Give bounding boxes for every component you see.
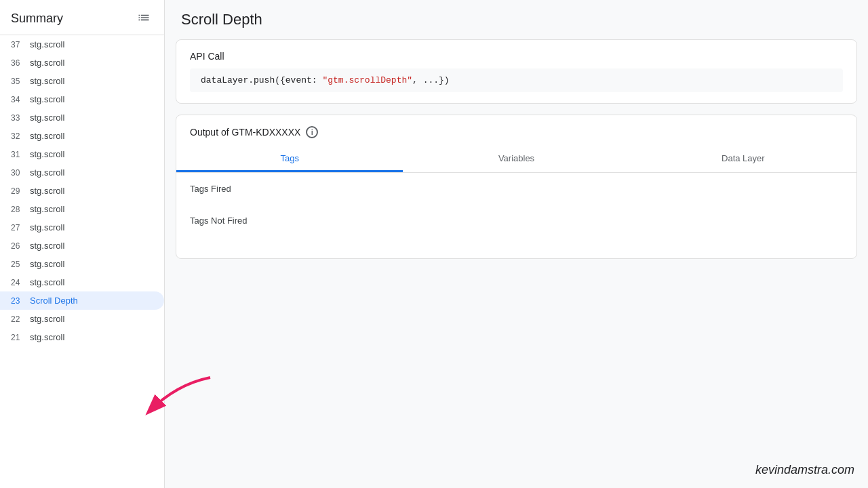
tags-fired-label: Tags Fired — [190, 184, 843, 194]
sidebar-item-25[interactable]: 25 stg.scroll — [0, 255, 164, 273]
sidebar-item-23[interactable]: 23 Scroll Depth — [0, 291, 164, 310]
info-icon[interactable]: i — [306, 126, 318, 138]
item-number: 36 — [11, 58, 30, 68]
item-label: stg.scroll — [30, 332, 64, 342]
sidebar-list: 37 stg.scroll 36 stg.scroll 35 stg.scrol… — [0, 35, 164, 488]
item-label: stg.scroll — [30, 39, 64, 49]
item-number: 21 — [11, 333, 30, 342]
item-number: 30 — [11, 168, 30, 178]
item-label: stg.scroll — [30, 167, 64, 178]
code-string: "gtm.scrollDepth" — [322, 75, 412, 85]
item-label: stg.scroll — [30, 277, 64, 287]
item-label: stg.scroll — [30, 259, 64, 269]
item-number: 29 — [11, 186, 30, 196]
list-view-icon[interactable] — [134, 8, 153, 29]
main-content: Scroll Depth API Call dataLayer.push({ev… — [165, 0, 868, 488]
item-number: 37 — [11, 40, 30, 49]
tab-variables[interactable]: Variables — [403, 146, 629, 172]
sidebar-item-37[interactable]: 37 stg.scroll — [0, 35, 164, 54]
sidebar-item-21[interactable]: 21 stg.scroll — [0, 328, 164, 346]
item-number: 28 — [11, 205, 30, 214]
sidebar-item-26[interactable]: 26 stg.scroll — [0, 237, 164, 255]
tab-tags[interactable]: Tags — [176, 146, 403, 172]
item-number: 33 — [11, 113, 30, 123]
item-label: stg.scroll — [30, 76, 64, 86]
item-number: 25 — [11, 260, 30, 269]
sidebar-item-28[interactable]: 28 stg.scroll — [0, 200, 164, 218]
item-number: 31 — [11, 150, 30, 159]
item-number: 35 — [11, 77, 30, 86]
sidebar-item-34[interactable]: 34 stg.scroll — [0, 90, 164, 108]
item-number: 32 — [11, 131, 30, 141]
output-title: Output of GTM-KDXXXXX — [190, 127, 300, 138]
item-number: 23 — [11, 296, 30, 306]
item-label: stg.scroll — [30, 186, 64, 196]
sidebar-header: Summary — [0, 0, 164, 35]
item-label: stg.scroll — [30, 314, 64, 324]
item-number: 26 — [11, 241, 30, 251]
item-label: stg.scroll — [30, 113, 64, 123]
item-number: 34 — [11, 95, 30, 104]
sidebar: Summary 37 stg.scroll 36 stg.scroll 35 s… — [0, 0, 165, 488]
code-prefix: dataLayer.push({event: — [201, 75, 322, 85]
sidebar-title: Summary — [11, 12, 63, 26]
item-label: stg.scroll — [30, 149, 64, 159]
api-call-label: API Call — [190, 51, 843, 62]
item-label: Scroll Depth — [30, 296, 78, 306]
item-label: stg.scroll — [30, 58, 64, 68]
code-suffix: , ...}) — [412, 75, 450, 85]
sidebar-item-24[interactable]: 24 stg.scroll — [0, 273, 164, 291]
tabs-bar: Tags Variables Data Layer — [176, 146, 856, 173]
sidebar-item-33[interactable]: 33 stg.scroll — [0, 108, 164, 127]
tags-content: Tags Fired Tags Not Fired — [176, 173, 856, 258]
sidebar-item-31[interactable]: 31 stg.scroll — [0, 145, 164, 163]
api-call-section: API Call dataLayer.push({event: "gtm.scr… — [176, 40, 856, 103]
output-section: Output of GTM-KDXXXXX i Tags Variables D… — [176, 115, 857, 259]
item-number: 24 — [11, 278, 30, 287]
tags-not-fired-label: Tags Not Fired — [190, 216, 843, 226]
output-header: Output of GTM-KDXXXXX i — [176, 115, 856, 138]
api-call-card: API Call dataLayer.push({event: "gtm.scr… — [176, 39, 857, 104]
api-call-code: dataLayer.push({event: "gtm.scrollDepth"… — [190, 68, 843, 92]
main-header: Scroll Depth — [165, 0, 868, 39]
item-number: 27 — [11, 223, 30, 232]
item-number: 22 — [11, 314, 30, 324]
sidebar-item-36[interactable]: 36 stg.scroll — [0, 54, 164, 72]
sidebar-item-29[interactable]: 29 stg.scroll — [0, 182, 164, 200]
sidebar-item-30[interactable]: 30 stg.scroll — [0, 163, 164, 182]
sidebar-item-35[interactable]: 35 stg.scroll — [0, 72, 164, 90]
item-label: stg.scroll — [30, 241, 64, 251]
sidebar-item-22[interactable]: 22 stg.scroll — [0, 310, 164, 328]
sidebar-item-32[interactable]: 32 stg.scroll — [0, 127, 164, 145]
tab-data-layer[interactable]: Data Layer — [630, 146, 856, 172]
item-label: stg.scroll — [30, 131, 64, 141]
page-title: Scroll Depth — [181, 11, 852, 28]
item-label: stg.scroll — [30, 204, 64, 214]
item-label: stg.scroll — [30, 222, 64, 232]
sidebar-item-27[interactable]: 27 stg.scroll — [0, 218, 164, 237]
item-label: stg.scroll — [30, 94, 64, 104]
